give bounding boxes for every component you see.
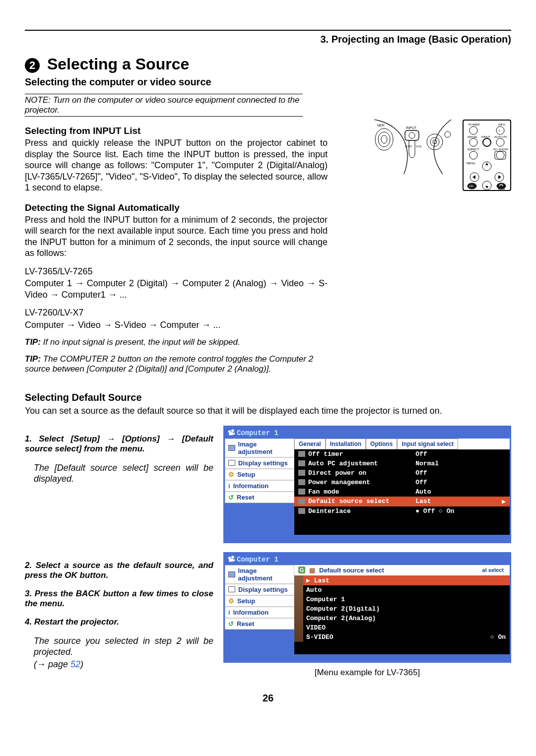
pageref-prefix: (→ page [34,659,70,669]
row-icon [298,479,305,485]
g-badge-icon: G [298,567,305,573]
label-input: INPUT [406,126,417,129]
sidebar-display-settings[interactable]: Display settings [225,457,294,469]
step3-text: Press the BACK button a few times to clo… [25,589,213,608]
svg-rect-3 [405,130,419,140]
svg-point-8 [445,131,451,137]
page-reference-link[interactable]: 52 [70,659,80,669]
chain-line-2: Computer → Video → S-Video → Computer → … [25,319,328,331]
sidebar2-setup[interactable]: ⚙Setup [225,595,294,607]
info-icon: i [228,482,230,490]
menu2-title: Computer 1 [237,556,278,564]
svg-point-2 [381,135,387,143]
remote-control-diagram: POWER INFO i IMAGE INPUT AUTO PC ASPECT … [463,120,511,191]
menu2-sidebar: Image adjustment Display settings ⚙Setup… [225,565,294,654]
rect-icon [228,586,235,592]
source-item[interactable]: Computer 2(Digital) [294,604,510,614]
label-autopc: AUTO PC [494,135,508,138]
option-row[interactable]: Deinterlace● Off ○ On [294,506,510,516]
section-number-badge: 2 [25,58,40,73]
menu1-main: General Installation Options Input signa… [294,439,510,535]
note-block: NOTE: Turn on the computer or video sour… [25,94,303,117]
menu2-panel-title: Default source select [319,567,384,574]
tip-label-2: TIP: [25,354,41,364]
sidebar-information[interactable]: iInformation [225,480,294,492]
sidebar2-image-adjustment[interactable]: Image adjustment [225,565,294,584]
tip-label: TIP: [25,337,41,347]
step4-sub: The source you selected in step 2 will b… [25,635,213,658]
info-icon: i [228,609,230,616]
option-row[interactable]: Default source selectLast▶ [294,497,510,506]
label-back: BACK [498,188,505,190]
label-input2: INPUT [481,135,490,138]
svg-point-13 [483,138,491,146]
tip-2: TIP: The COMPUTER 2 button on the remote… [25,354,328,374]
source-item[interactable]: Computer 1 [294,595,510,604]
step1-text: Select [Setup] → [Options] → [Default so… [25,434,213,453]
model-line-1: LV-7365/LV-7265 [25,266,328,277]
tab-input-signal[interactable]: Input signal select [397,439,458,449]
step4-text: Restart the projector. [34,617,119,627]
sidebar2-information[interactable]: iInformation [225,607,294,618]
row-icon [298,508,305,514]
menu-caption: [Menu example for LV-7365] [223,668,511,678]
tab-installation[interactable]: Installation [326,439,366,449]
subsection-auto-detect: Detecting the Signal Automatically [25,202,328,213]
model-line-2: LV-7260/LV-X7 [25,307,328,318]
source-item[interactable]: Auto [294,585,510,595]
step1-sub: The [Default source select] screen will … [25,462,213,485]
tip-1-text: If no input signal is present, the input… [41,337,240,347]
source-item[interactable]: VIDEO [294,623,510,632]
option-row[interactable]: Off timerOff [294,449,510,459]
bars-icon [228,445,235,451]
sidebar-reset[interactable]: ↺Reset [225,492,294,503]
step3-number: 3. [25,589,35,598]
menu1-monitor-icon: 📽 [228,429,235,437]
option-row[interactable]: Fan modeAuto [294,487,510,497]
svg-point-10 [496,126,504,134]
label-info: INFO [498,123,506,126]
option-row[interactable]: Power managementOff [294,478,510,487]
step2-number: 2. [25,561,36,570]
step1-number: 1. [25,434,39,443]
projector-cabinet-diagram: NER INPUT D.PC VOL [374,120,454,174]
source-item[interactable]: S-VIDEO○ On [294,632,510,642]
tab-options[interactable]: Options [366,439,397,449]
option-row[interactable]: Auto PC adjustmentNormal [294,459,510,468]
source-item[interactable]: ▶ Last [294,575,510,585]
menu2-right-tab: al select [480,567,506,573]
svg-point-22 [482,181,491,190]
page-number: 26 [25,693,511,704]
section-title-text: Selecting a Source [47,55,189,73]
menu-screenshot-2: 📽 Computer 1 Image adjustment Display se… [223,552,511,663]
section-title: 2 Selecting a Source [25,55,511,73]
label-menu: MENU [467,162,475,165]
auto-detect-body: Press and hold the INPUT button for a mi… [25,214,328,259]
svg-point-16 [496,151,504,159]
pageref-suffix: ) [80,659,83,669]
chapter-header: 3. Projecting an Image (Basic Operation) [25,30,511,45]
svg-point-9 [469,126,477,134]
step2-text: Select a source as the default source, a… [25,561,213,580]
sidebar-setup[interactable]: ⚙Setup [225,469,294,480]
label-dpc: D.PC [405,145,412,148]
panel-icon: ▦ [309,567,315,574]
option-row[interactable]: Direct power onOff [294,468,510,478]
sidebar-image-adjustment[interactable]: Image adjustment [225,439,294,457]
step4-number: 4. [25,617,34,627]
label-aspect: ASPECT [468,148,479,151]
label-image: IMAGE [468,135,477,138]
scroll-strip [294,575,303,642]
svg-point-1 [378,132,390,147]
svg-point-4 [409,132,415,138]
tab-general[interactable]: General [294,439,326,449]
reset-icon: ↺ [228,494,234,501]
chain-line-1: Computer 1 → Computer 2 (Digital) → Comp… [25,278,328,300]
sidebar2-display-settings[interactable]: Display settings [225,584,294,595]
sidebar2-reset[interactable]: ↺Reset [225,618,294,630]
source-item[interactable]: Computer 2(Analog) [294,614,510,623]
label-power: POWER [469,123,480,126]
row-icon [298,499,305,504]
row-icon [298,460,305,466]
menu1-sidebar: Image adjustment Display settings ⚙Setup… [225,439,294,535]
